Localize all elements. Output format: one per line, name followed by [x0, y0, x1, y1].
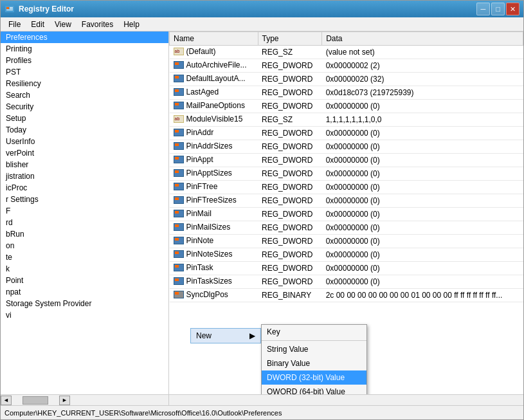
tree-item[interactable]: te	[1, 251, 168, 263]
tree-item[interactable]: bRun	[1, 228, 168, 240]
cell-name-text: PinAddrSizes	[186, 142, 233, 151]
tree-item[interactable]: vi	[1, 309, 168, 321]
menubar-item-view[interactable]: View	[50, 19, 77, 30]
col-header-name[interactable]: Name	[170, 32, 258, 46]
cell-name: PinAppt	[170, 154, 258, 167]
cell-name-text: LastAged	[186, 87, 219, 96]
cell-type: REG_DWORD	[258, 181, 322, 194]
tree-item[interactable]: jistration	[1, 170, 168, 182]
table-row[interactable]: DefaultLayoutA...REG_DWORD0x00000020 (32…	[170, 73, 523, 86]
tree-item[interactable]: Preferences	[1, 32, 168, 43]
table-body: (Default)REG_SZ(value not set)AutoArchiv…	[170, 46, 523, 302]
reg-type-icon	[174, 237, 184, 244]
table-row[interactable]: PinFTreeSizesREG_DWORD0x00000000 (0)	[170, 194, 523, 208]
submenu-item-binary-value[interactable]: Binary Value	[262, 356, 366, 370]
table-row[interactable]: PinFTreeREG_DWORD0x00000000 (0)	[170, 181, 523, 194]
left-pane-scroll[interactable]: PreferencesPrintingProfilesPSTResiliency…	[1, 32, 168, 394]
tree-item[interactable]: Profiles	[1, 55, 168, 66]
h-scroll-area: ◄ ►	[1, 394, 523, 405]
tree-item[interactable]: Point	[1, 275, 168, 286]
h-scroll-right-btn[interactable]: ►	[59, 396, 70, 405]
table-row[interactable]: PinMailSizesREG_DWORD0x00000000 (0)	[170, 221, 523, 235]
tree-item[interactable]: Setup	[1, 113, 168, 124]
tree-item[interactable]: icProc	[1, 182, 168, 194]
new-menu-item[interactable]: New▶	[190, 328, 261, 343]
tree-item[interactable]: Resiliency	[1, 78, 168, 89]
reg-type-icon	[174, 277, 184, 285]
tree-item[interactable]: F	[1, 205, 168, 217]
submenu-item-dword-(32-bit)-value[interactable]: DWORD (32-bit) Value	[262, 370, 366, 385]
cell-name: ModuleVisible15	[170, 113, 258, 127]
table-row[interactable]: (Default)REG_SZ(value not set)	[170, 46, 523, 59]
tree-item[interactable]: blisher	[1, 159, 168, 170]
svg-rect-4	[6, 10, 13, 10]
reg-type-icon	[174, 291, 184, 298]
table-row[interactable]: MailPaneOptionsREG_DWORD0x00000000 (0)	[170, 100, 523, 113]
table-row[interactable]: LastAgedREG_DWORD0x0d18c073 (219725939)	[170, 86, 523, 100]
submenu-item-key[interactable]: Key	[262, 325, 366, 339]
cell-name-text: PinFTree	[186, 182, 218, 191]
table-row[interactable]: PinApptREG_DWORD0x00000000 (0)	[170, 154, 523, 167]
tree-item[interactable]: verPoint	[1, 147, 168, 159]
table-row[interactable]: PinNoteSizesREG_DWORD0x00000000 (0)	[170, 248, 523, 262]
tree-item[interactable]: Today	[1, 124, 168, 136]
table-row[interactable]: PinApptSizesREG_DWORD0x00000000 (0)	[170, 167, 523, 181]
tree-item[interactable]: Storage System Provider	[1, 298, 168, 309]
cell-name: PinTask	[170, 262, 258, 275]
cell-name: PinNoteSizes	[170, 248, 258, 262]
maximize-button[interactable]: □	[491, 3, 505, 15]
table-header: NameTypeData	[170, 32, 523, 46]
table-row[interactable]: PinAddrSizesREG_DWORD0x00000000 (0)	[170, 140, 523, 154]
table-row[interactable]: ModuleVisible15REG_SZ1,1,1,1,1,1,1,0,0	[170, 113, 523, 127]
tree-item[interactable]: UserInfo	[1, 136, 168, 147]
table-row[interactable]: PinTaskSizesREG_DWORD0x00000000 (0)	[170, 275, 523, 289]
table-row[interactable]: PinNoteREG_DWORD0x00000000 (0)	[170, 235, 523, 248]
tree-item[interactable]: rd	[1, 217, 168, 228]
menubar-item-file[interactable]: File	[3, 19, 26, 30]
table-row[interactable]: SyncDlgPosREG_BINARY2c 00 00 00 00 00 00…	[170, 289, 523, 302]
menubar-item-edit[interactable]: Edit	[26, 19, 50, 30]
cell-name: PinAddrSizes	[170, 140, 258, 154]
menubar-item-help[interactable]: Help	[118, 19, 145, 30]
col-header-data[interactable]: Data	[322, 32, 523, 46]
cell-name: DefaultLayoutA...	[170, 73, 258, 86]
cell-type: REG_DWORD	[258, 275, 322, 289]
cell-data: (value not set)	[322, 46, 523, 59]
cell-data: 0x00000000 (0)	[322, 235, 523, 248]
table-row[interactable]: PinTaskREG_DWORD0x00000000 (0)	[170, 262, 523, 275]
cell-name: PinMailSizes	[170, 221, 258, 235]
cell-name-text: PinFTreeSizes	[186, 196, 237, 205]
close-button[interactable]: ✕	[506, 3, 519, 15]
tree-item[interactable]: on	[1, 240, 168, 251]
tree-item[interactable]: r Settings	[1, 194, 168, 205]
h-scroll-left-btn[interactable]: ◄	[1, 396, 12, 405]
table-row[interactable]: AutoArchiveFile...REG_DWORD0x00000002 (2…	[170, 59, 523, 73]
tree-item[interactable]: Security	[1, 101, 168, 113]
cell-name: (Default)	[170, 46, 258, 59]
cell-data: 0x00000000 (0)	[322, 167, 523, 181]
tree-item[interactable]: k	[1, 263, 168, 275]
tree-item[interactable]: Search	[1, 89, 168, 101]
cell-data: 0x00000000 (0)	[322, 154, 523, 167]
menubar: FileEditViewFavoritesHelp	[1, 17, 523, 32]
svg-rect-3	[10, 8, 13, 9]
col-header-type[interactable]: Type	[258, 32, 322, 46]
cell-name: PinNote	[170, 235, 258, 248]
cell-name: LastAged	[170, 86, 258, 100]
minimize-button[interactable]: ─	[476, 3, 490, 15]
reg-type-icon	[174, 210, 184, 217]
tree-item[interactable]: Printing	[1, 43, 168, 55]
reg-type-icon	[174, 250, 184, 258]
menubar-item-favorites[interactable]: Favorites	[77, 19, 118, 30]
cell-name-text: PinNoteSizes	[186, 250, 233, 259]
cell-type: REG_DWORD	[258, 73, 322, 86]
submenu-item-string-value[interactable]: String Value	[262, 342, 366, 356]
cell-type: REG_DWORD	[258, 127, 322, 140]
table-row[interactable]: PinMailREG_DWORD0x00000000 (0)	[170, 208, 523, 221]
submenu-item-qword-(64-bit)-value[interactable]: QWORD (64-bit) Value	[262, 385, 366, 394]
h-scroll-thumb[interactable]	[23, 396, 48, 405]
tree-item[interactable]: npat	[1, 286, 168, 298]
table-row[interactable]: PinAddrREG_DWORD0x00000000 (0)	[170, 127, 523, 140]
reg-type-icon	[174, 156, 184, 163]
tree-item[interactable]: PST	[1, 66, 168, 78]
